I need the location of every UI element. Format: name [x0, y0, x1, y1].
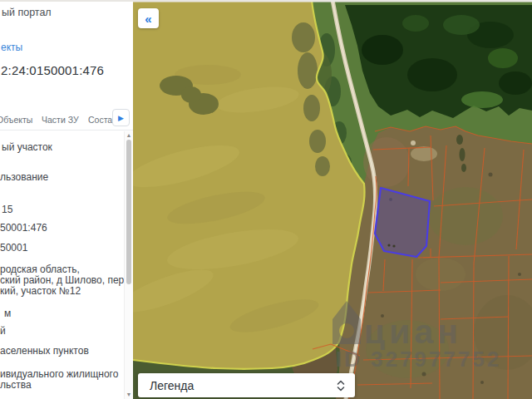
tab-parts-zu[interactable]: Части ЗУ: [42, 115, 79, 125]
portal-title: ый портал: [2, 7, 52, 18]
info-line: й: [0, 326, 6, 337]
page-top-border: [0, 0, 532, 2]
tabs-scroll-right-button[interactable]: ▶: [112, 109, 130, 126]
info-line: 15: [2, 204, 12, 215]
scroll-up-icon[interactable]: ▲: [125, 132, 133, 139]
collapse-sidebar-button[interactable]: «: [138, 8, 159, 28]
legend-label: Легенда: [150, 379, 337, 392]
info-line: льства: [0, 380, 32, 391]
info-line: 50001:476: [0, 223, 47, 234]
selected-parcel-polygon[interactable]: [375, 188, 430, 257]
info-line: 50001: [0, 243, 27, 254]
satellite-map[interactable]: циан ID 327977752: [133, 0, 532, 399]
tab-objects[interactable]: Объекты: [0, 115, 32, 125]
legend-bar[interactable]: Легенда: [138, 373, 355, 397]
breadcrumb-objects-link[interactable]: екты: [1, 42, 22, 53]
page-title-cadastral-number: 2:24:0150001:476: [1, 65, 104, 76]
chevron-right-icon: ▶: [118, 114, 124, 122]
tabs-divider: [0, 130, 133, 131]
sidebar-scrollbar[interactable]: ▲ ▼: [124, 131, 132, 399]
chevron-up-down-icon[interactable]: [337, 380, 345, 392]
scrollbar-thumb[interactable]: [126, 140, 131, 284]
info-line: м: [4, 308, 11, 319]
chevrons-left-icon: «: [145, 12, 151, 26]
watermark-id: ID 327977752: [336, 347, 501, 372]
info-sidebar: ый портал екты 2:24:0150001:476 Объекты …: [0, 0, 133, 399]
info-line: аселенных пунктов: [0, 346, 89, 357]
info-line-address: кий, участок №12: [0, 286, 81, 297]
info-line: ый участок: [2, 142, 52, 153]
watermark-brand: циан: [364, 313, 462, 351]
map-canvas[interactable]: циан ID 327977752 « Легенда: [133, 0, 532, 399]
info-line: льзование: [0, 172, 48, 183]
scroll-down-icon[interactable]: ▼: [125, 392, 133, 398]
